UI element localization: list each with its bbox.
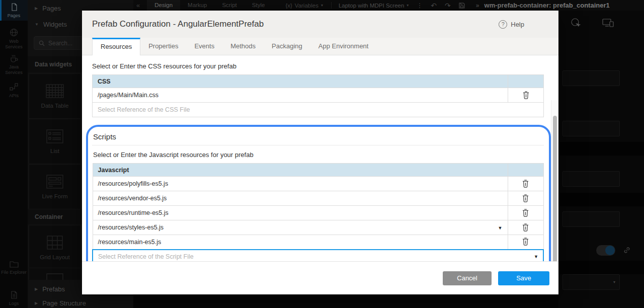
delete-css-resource-button[interactable] [521, 90, 531, 100]
delete-script-resource-button[interactable] [520, 208, 531, 218]
modal-title: Prefab Configuration - AngularElementPre… [92, 19, 264, 29]
script-resource-row: /resources/polyfills-es5.js▼ [93, 177, 543, 191]
modal-header: Prefab Configuration - AngularElementPre… [82, 11, 558, 38]
modal-scrollbar-track[interactable] [551, 100, 558, 261]
script-resource-path: /resources/vendor-es5.js▼ [93, 191, 508, 206]
modal-body: Select or Enter the CSS resources for yo… [82, 55, 558, 261]
css-resources-table: CSS /pages/Main/Main.css▼ [92, 74, 544, 117]
delete-script-resource-button[interactable] [520, 193, 531, 203]
modal-tab[interactable]: Properties [140, 38, 186, 55]
delete-script-resource-button[interactable] [520, 179, 531, 189]
script-resource-path: /resources/styles-es5.js▼ [93, 220, 508, 235]
css-resource-path: /pages/Main/Main.css▼ [93, 88, 508, 103]
modal-tab[interactable]: Resources [92, 38, 140, 55]
script-reference-input[interactable] [93, 251, 532, 262]
script-resources-table: Javascript /resources/polyfills-es5.js▼ [92, 163, 544, 261]
modal-footer: Cancel Save [82, 261, 558, 294]
help-button[interactable]: ? Help [499, 20, 524, 29]
css-column-header: CSS [93, 75, 508, 88]
delete-script-resource-button[interactable] [520, 237, 531, 247]
modal-tab[interactable]: Packaging [264, 38, 310, 55]
script-resource-row: /resources/vendor-es5.js▼ [93, 191, 543, 206]
script-resource-path: /resources/main-es5.js▼ [93, 235, 508, 250]
modal-tab[interactable]: Methods [222, 38, 264, 55]
script-resource-row: /resources/runtime-es5.js▼ [93, 206, 543, 220]
row-dropdown-caret[interactable]: ▼ [498, 225, 503, 230]
help-icon: ? [499, 20, 507, 29]
css-resource-row: /pages/Main/Main.css▼ [93, 88, 544, 103]
script-resource-path: /resources/runtime-es5.js▼ [93, 206, 508, 220]
script-resource-path: /resources/polyfills-es5.js▼ [93, 177, 508, 191]
css-section-description: Select or Enter the CSS resources for yo… [92, 62, 548, 70]
javascript-action-column-header [508, 164, 543, 177]
script-resource-row: /resources/styles-es5.js▼ [93, 220, 543, 235]
scripts-heading: Scripts [92, 131, 544, 145]
modal-tabbar: Resources Properties Events Methods Pack… [82, 38, 558, 55]
css-action-column-header [508, 75, 544, 88]
script-input-dropdown-caret[interactable]: ▼ [532, 254, 543, 259]
javascript-column-header: Javascript [93, 164, 508, 177]
prefab-configuration-dialog: Prefab Configuration - AngularElementPre… [82, 11, 558, 294]
script-resource-row: /resources/main-es5.js▼ [93, 235, 543, 250]
cancel-button[interactable]: Cancel [443, 271, 492, 285]
css-reference-input[interactable] [93, 103, 543, 117]
delete-script-resource-button[interactable] [520, 222, 531, 233]
scripts-section-description: Select or Enter the Javascript resources… [92, 151, 544, 159]
modal-tab[interactable]: App Environment [310, 38, 377, 55]
save-button[interactable]: Save [498, 271, 549, 285]
scripts-section-highlight: Scripts Select or Enter the Javascript r… [86, 125, 551, 261]
modal-scrollbar-thumb[interactable] [553, 116, 557, 261]
modal-tab[interactable]: Events [186, 38, 222, 55]
